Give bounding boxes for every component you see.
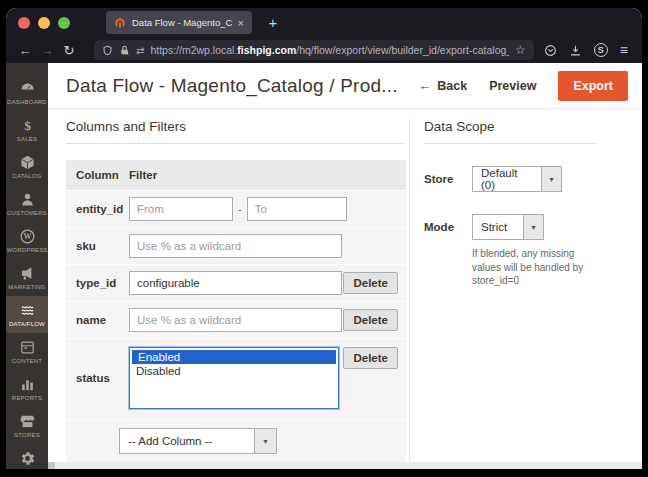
back-arrow-icon: ← (419, 79, 432, 93)
sidebar-item-reports[interactable]: REPORTS (6, 370, 48, 407)
type-id-filter-input[interactable] (129, 271, 342, 295)
scrollbar-corner (48, 462, 55, 469)
status-multiselect[interactable]: Enabled Disabled (129, 347, 339, 409)
browser-window: Data Flow - Magento_Catalog / ... × + ← … (6, 8, 642, 469)
wordpress-icon: W (19, 228, 36, 245)
sidebar-item-stores[interactable]: STORES (6, 407, 48, 444)
browser-tab[interactable]: Data Flow - Magento_Catalog / ... × (106, 11, 252, 34)
traffic-lights (18, 17, 70, 29)
row-sku: sku (66, 227, 406, 264)
horizontal-scrollbar[interactable] (48, 462, 642, 469)
preview-button[interactable]: Preview (489, 79, 536, 93)
screenshot: Data Flow - Magento_Catalog / ... × + ← … (0, 0, 648, 477)
sidebar-item-wordpress[interactable]: W WORDPRESS (6, 222, 48, 259)
back-button[interactable]: ← (14, 43, 36, 58)
store-row: Store Default (0) ▼ (424, 166, 642, 192)
sidebar-item-content[interactable]: CONTENT (6, 333, 48, 370)
sidebar-item-dashboard[interactable]: DASHBOARD (6, 74, 48, 111)
column-header: Column (76, 169, 129, 181)
download-icon[interactable] (569, 44, 582, 57)
add-column-select[interactable]: -- Add Column -- ▼ (119, 428, 277, 454)
url-text: https://m2wp.local.fishpig.com/hq/flow/e… (150, 44, 509, 56)
svg-text:W: W (23, 232, 31, 241)
store-value[interactable]: Default (0) (472, 166, 542, 192)
entity-id-from-input[interactable] (129, 197, 233, 221)
svg-text:$: $ (24, 118, 31, 133)
export-button[interactable]: Export (558, 71, 628, 101)
page-title: Data Flow - Magento_Catalog / Prod... (66, 75, 419, 97)
divider (66, 143, 404, 144)
mode-row: Mode Strict ▼ (424, 214, 642, 240)
chevron-down-icon[interactable]: ▼ (524, 214, 544, 240)
sku-filter-input[interactable] (129, 234, 342, 258)
new-tab-button[interactable]: + (262, 14, 284, 31)
dashboard-icon (19, 80, 36, 97)
chevron-down-icon[interactable]: ▼ (542, 166, 562, 192)
store-select[interactable]: Default (0) ▼ (472, 166, 562, 192)
row-status: status Enabled Disabled Delete (66, 338, 406, 419)
customers-icon (19, 191, 36, 208)
data-scope-section: Data Scope Store Default (0) ▼ Mode (410, 119, 642, 469)
magento-admin: DASHBOARD $ SALES CATALOG CUSTOMERS W WO… (6, 63, 642, 469)
name-filter-input[interactable] (129, 308, 342, 332)
mode-label: Mode (424, 221, 472, 233)
permissions-icon[interactable]: ⇄ (136, 45, 144, 56)
reload-button[interactable]: ↻ (58, 43, 80, 58)
admin-sidebar: DASHBOARD $ SALES CATALOG CUSTOMERS W WO… (6, 63, 48, 469)
magento-favicon-icon (114, 17, 126, 29)
data-scope-title: Data Scope (424, 119, 642, 143)
pocket-icon[interactable] (544, 44, 557, 57)
mode-value[interactable]: Strict (472, 214, 524, 240)
sales-icon: $ (19, 117, 36, 134)
range-separator: - (238, 203, 242, 215)
minimize-window-button[interactable] (38, 17, 50, 29)
dataflow-icon (19, 302, 36, 319)
navigation-toolbar: ← → ↻ ⇄ https://m2wp.local.fishpig.com/h… (6, 37, 642, 63)
url-bar[interactable]: ⇄ https://m2wp.local.fishpig.com/hq/flow… (94, 40, 534, 60)
entity-id-to-input[interactable] (247, 197, 347, 221)
row-label: type_id (76, 277, 129, 289)
row-label: sku (76, 240, 129, 252)
row-label: name (76, 314, 129, 326)
shield-icon[interactable] (102, 45, 113, 56)
sidebar-item-sales[interactable]: $ SALES (6, 111, 48, 148)
main-panel: Data Flow - Magento_Catalog / Prod... ←B… (48, 63, 642, 469)
sidebar-item-dataflow[interactable]: DATA/FLOW (6, 296, 48, 333)
extension-icon[interactable]: S (594, 43, 608, 57)
columns-table: Column Filter entity_id - sku (66, 160, 406, 464)
filter-header: Filter (129, 169, 157, 181)
table-header: Column Filter (66, 160, 406, 190)
sidebar-item-customers[interactable]: CUSTOMERS (6, 185, 48, 222)
row-name: name Delete (66, 301, 406, 338)
zoom-window-button[interactable] (58, 17, 70, 29)
row-label: entity_id (76, 203, 129, 215)
delete-type-id-button[interactable]: Delete (343, 272, 398, 294)
sidebar-item-system[interactable]: SYSTEM (6, 444, 48, 469)
page-header: Data Flow - Magento_Catalog / Prod... ←B… (48, 63, 642, 109)
chevron-down-icon[interactable]: ▼ (255, 428, 277, 454)
reports-icon (19, 376, 36, 393)
row-label: status (76, 372, 129, 384)
add-column-row: -- Add Column -- ▼ (66, 419, 406, 464)
delete-name-button[interactable]: Delete (343, 309, 398, 331)
system-icon (19, 450, 36, 467)
delete-status-button[interactable]: Delete (343, 347, 398, 369)
content-icon (19, 339, 36, 356)
menu-icon[interactable]: ≡ (620, 42, 628, 58)
sidebar-item-marketing[interactable]: MARKETING (6, 259, 48, 296)
columns-section-title: Columns and Filters (66, 119, 405, 143)
status-option-enabled[interactable]: Enabled (132, 350, 336, 364)
toolbar-right-icons: S ≡ (544, 42, 628, 58)
back-link[interactable]: ←Back (419, 79, 467, 93)
close-window-button[interactable] (18, 17, 30, 29)
tab-close-icon[interactable]: × (238, 17, 244, 29)
marketing-icon (19, 265, 36, 282)
bookmark-star-icon[interactable]: ☆ (515, 43, 526, 57)
forward-button[interactable]: → (36, 43, 58, 58)
status-option-disabled[interactable]: Disabled (130, 364, 338, 378)
mode-select[interactable]: Strict ▼ (472, 214, 544, 240)
sidebar-item-catalog[interactable]: CATALOG (6, 148, 48, 185)
lock-icon[interactable] (119, 45, 130, 56)
header-actions: ←Back Preview Export (419, 71, 628, 101)
add-column-value[interactable]: -- Add Column -- (119, 428, 255, 454)
